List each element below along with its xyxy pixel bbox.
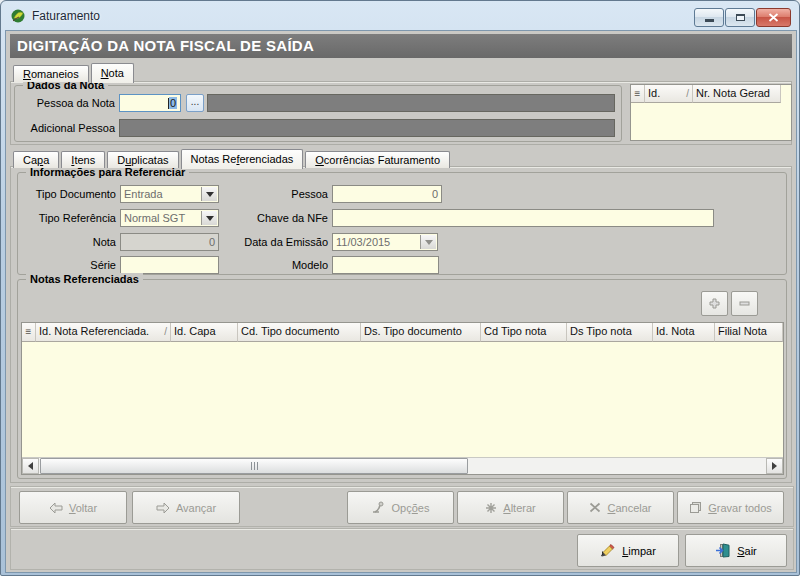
cancelar-label: Cancelar bbox=[607, 502, 651, 514]
action-button-bar: Voltar Avançar Opções Alt bbox=[10, 486, 794, 527]
minus-icon bbox=[739, 298, 750, 309]
close-icon bbox=[768, 13, 779, 22]
app-icon bbox=[10, 8, 26, 24]
minimize-icon bbox=[705, 19, 714, 22]
arrow-left-icon bbox=[49, 502, 63, 514]
tipo-referencia-dropdown-button[interactable] bbox=[201, 211, 217, 225]
minimize-button[interactable] bbox=[694, 8, 724, 27]
column-header-id[interactable]: Id./ bbox=[645, 85, 693, 103]
tab-duplicatas[interactable]: Duplicatas bbox=[107, 151, 178, 168]
titlebar[interactable]: Faturamento bbox=[1, 1, 799, 30]
pessoa-da-nota-label: Pessoa da Nota bbox=[17, 94, 115, 112]
app-window: Faturamento DIGITAÇÃO DA NOTA FISCAL DE … bbox=[0, 0, 800, 576]
sair-button[interactable]: Sair bbox=[685, 534, 787, 567]
serie-label: Série bbox=[20, 256, 116, 274]
gravar-todos-label: Gravar todos bbox=[708, 502, 772, 514]
serie-input[interactable] bbox=[120, 256, 219, 274]
grid-body[interactable] bbox=[22, 342, 783, 457]
arrow-right-icon bbox=[156, 502, 170, 514]
x-icon bbox=[589, 502, 601, 513]
column-header-id-nota[interactable]: Id. Nota bbox=[653, 323, 715, 342]
notas-geradas-grid[interactable]: ≡ Id./ Nr. Nota Gerad bbox=[630, 84, 792, 141]
column-header-label: Cd Tipo nota bbox=[484, 325, 546, 337]
tipo-referencia-value: Normal SGT bbox=[124, 212, 185, 224]
pessoa-da-nota-input[interactable]: 0 bbox=[119, 94, 181, 112]
sort-indicator-icon: / bbox=[686, 85, 689, 102]
exit-door-icon bbox=[715, 543, 731, 558]
cancelar-button[interactable]: Cancelar bbox=[567, 491, 674, 524]
tipo-documento-dropdown-button[interactable] bbox=[201, 187, 217, 201]
scrollbar-thumb[interactable] bbox=[40, 458, 468, 474]
remove-row-button[interactable] bbox=[731, 291, 758, 316]
column-header-ds-tipo-documento[interactable]: Ds. Tipo documento bbox=[361, 323, 481, 342]
column-header-nr-nota-label: Nr. Nota Gerad bbox=[696, 87, 770, 99]
limpar-button[interactable]: Limpar bbox=[577, 534, 679, 567]
pessoa-da-nota-descricao-field bbox=[207, 94, 615, 112]
notas-referenciadas-grid-header: ≡ Id. Nota Referenciada./ Id. Capa Cd. T… bbox=[22, 323, 783, 342]
chave-nfe-input[interactable] bbox=[332, 209, 714, 227]
chevron-down-icon bbox=[425, 240, 433, 245]
tipo-referencia-label: Tipo Referência bbox=[20, 209, 116, 227]
column-header-label: Ds. Tipo documento bbox=[364, 325, 462, 337]
modelo-input[interactable] bbox=[332, 256, 439, 274]
column-header-label: Id. Nota bbox=[656, 325, 695, 337]
pessoa-input[interactable]: 0 bbox=[332, 185, 442, 203]
column-header-ds-tipo-nota[interactable]: Ds Tipo nota bbox=[567, 323, 653, 342]
data-emissao-dropdown-button[interactable] bbox=[420, 235, 436, 249]
data-emissao-value: 11/03/2015 bbox=[336, 236, 390, 248]
notas-referenciadas-grid[interactable]: ≡ Id. Nota Referenciada./ Id. Capa Cd. T… bbox=[21, 322, 784, 475]
horizontal-scrollbar[interactable] bbox=[22, 457, 783, 474]
pessoa-label: Pessoa bbox=[216, 185, 328, 203]
column-header-label: Cd. Tipo documento bbox=[241, 325, 339, 337]
column-header-label: Filial Nota bbox=[718, 325, 767, 337]
nota-value: 0 bbox=[209, 236, 215, 248]
data-emissao-label: Data da Emissão bbox=[216, 233, 328, 251]
column-header-id-label: Id. bbox=[648, 87, 660, 99]
detail-tabstrip: Capa Itens Duplicatas Notas Referenciada… bbox=[13, 148, 450, 168]
gravar-todos-button[interactable]: Gravar todos bbox=[677, 491, 784, 524]
column-header-id-capa[interactable]: Id. Capa bbox=[171, 323, 238, 342]
page-title: DIGITAÇÃO DA NOTA FISCAL DE SAÍDA bbox=[10, 34, 792, 58]
close-button[interactable] bbox=[756, 8, 791, 27]
data-emissao-datepicker[interactable]: 11/03/2015 bbox=[332, 233, 438, 251]
tipo-documento-label: Tipo Documento bbox=[20, 185, 116, 203]
tab-romaneios[interactable]: Romaneios bbox=[13, 65, 89, 82]
asterisk-icon bbox=[485, 502, 497, 514]
sair-label: Sair bbox=[737, 545, 757, 557]
stacked-sheets-icon bbox=[689, 501, 702, 514]
opcoes-button[interactable]: Opções bbox=[347, 491, 454, 524]
maximize-button[interactable] bbox=[725, 8, 755, 27]
pessoa-value: 0 bbox=[432, 188, 438, 200]
scroll-left-button[interactable] bbox=[22, 458, 39, 474]
alterar-button[interactable]: Alterar bbox=[457, 491, 564, 524]
column-header-label: Id. Capa bbox=[174, 325, 216, 337]
column-header-cd-tipo-documento[interactable]: Cd. Tipo documento bbox=[238, 323, 361, 342]
tab-itens[interactable]: Itens bbox=[61, 151, 105, 168]
alterar-label: Alterar bbox=[503, 502, 535, 514]
voltar-label: Voltar bbox=[69, 502, 97, 514]
main-tabstrip: Romaneios Nota bbox=[13, 62, 134, 82]
column-header-filial-nota[interactable]: Filial Nota bbox=[715, 323, 783, 342]
group-notas-referenciadas: Notas Referenciadas ≡ Id. Nota Referenci… bbox=[17, 279, 787, 479]
column-header-label: Ds Tipo nota bbox=[570, 325, 632, 337]
column-header-id-nota-referenciada[interactable]: Id. Nota Referenciada./ bbox=[36, 323, 171, 342]
avancar-label: Avançar bbox=[176, 502, 216, 514]
tab-capa[interactable]: Capa bbox=[13, 151, 59, 168]
tipo-referencia-combobox[interactable]: Normal SGT bbox=[120, 209, 219, 227]
voltar-button[interactable]: Voltar bbox=[19, 491, 127, 524]
chevron-down-icon bbox=[206, 192, 214, 197]
add-row-button[interactable] bbox=[701, 291, 728, 316]
tipo-documento-combobox[interactable]: Entrada bbox=[120, 185, 219, 203]
scroll-right-button[interactable] bbox=[766, 458, 783, 474]
group-notas-referenciadas-title: Notas Referenciadas bbox=[26, 273, 143, 285]
column-header-nr-nota[interactable]: Nr. Nota Gerad bbox=[693, 85, 781, 103]
tab-ocorrencias-faturamento[interactable]: Ocorrências Faturamento bbox=[305, 151, 450, 168]
avancar-button[interactable]: Avançar bbox=[132, 491, 240, 524]
column-header-cd-tipo-nota[interactable]: Cd Tipo nota bbox=[481, 323, 567, 342]
tipo-documento-value: Entrada bbox=[124, 188, 163, 200]
tab-nota[interactable]: Nota bbox=[91, 63, 134, 83]
limpar-label: Limpar bbox=[622, 545, 656, 557]
pessoa-browse-button[interactable]: ... bbox=[186, 94, 204, 112]
tab-notas-referenciadas[interactable]: Notas Referenciadas bbox=[181, 149, 304, 169]
chevron-down-icon bbox=[206, 216, 214, 221]
